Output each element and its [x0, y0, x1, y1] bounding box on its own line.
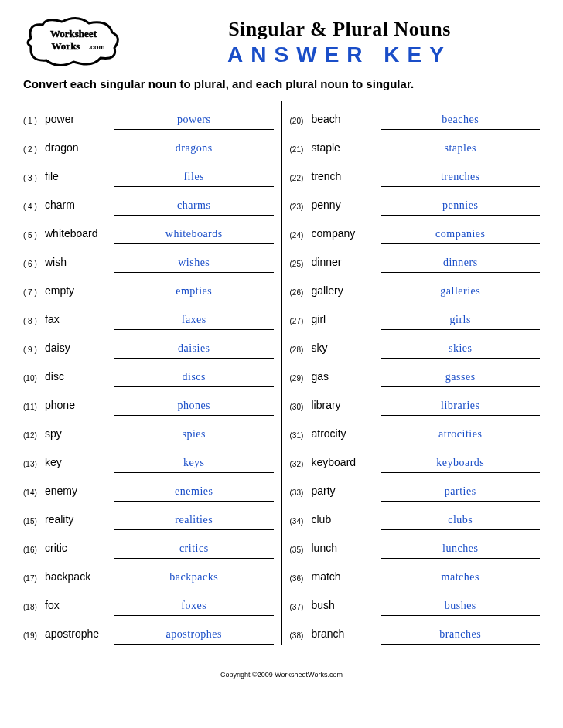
worksheet-row: (35)lunchlunches [290, 530, 541, 559]
answer-field: gasses [381, 371, 541, 387]
title-block: Singular & Plural Nouns ANSWER KEY [139, 18, 540, 67]
row-number: (29) [290, 374, 312, 387]
prompt-word: gas [312, 370, 381, 387]
answer-field: libraries [381, 400, 541, 416]
prompt-word: charm [45, 199, 114, 216]
prompt-word: bush [312, 599, 381, 616]
row-number: (26) [290, 288, 312, 301]
prompt-word: power [45, 113, 114, 130]
header: Worksheet Works .com Singular & Plural N… [23, 15, 540, 70]
answer-field: matches [381, 571, 541, 587]
row-number: (27) [290, 317, 312, 330]
answer-field: beaches [381, 114, 541, 130]
worksheet-row: ( 2 )dragondragons [23, 130, 274, 158]
row-number: (23) [290, 202, 312, 216]
row-number: (36) [290, 574, 312, 587]
answer-field: trenches [381, 171, 541, 187]
row-number: ( 7 ) [23, 288, 45, 301]
logo: Worksheet Works .com [23, 15, 124, 70]
prompt-word: staple [312, 141, 381, 158]
prompt-word: dragon [45, 141, 114, 158]
prompt-word: empty [45, 284, 114, 301]
worksheet-row: ( 3 )filefiles [23, 158, 274, 187]
answer-field: galleries [381, 285, 541, 301]
row-number: (38) [290, 631, 312, 645]
row-number: ( 3 ) [23, 174, 45, 187]
worksheet-row: (15)realityrealities [23, 502, 274, 530]
worksheet-row: (17)backpackbackpacks [23, 559, 274, 587]
row-number: (33) [290, 488, 312, 502]
worksheet-row: ( 7 )emptyempties [23, 273, 274, 301]
answer-field: lunches [381, 543, 541, 559]
answer-field: atrocities [381, 428, 541, 444]
answer-field: pennies [381, 199, 541, 216]
answer-field: parties [381, 485, 541, 502]
row-number: (22) [290, 174, 312, 187]
worksheet-row: (33)partyparties [290, 473, 541, 502]
row-number: (11) [23, 403, 45, 416]
prompt-word: keyboard [312, 456, 381, 473]
prompt-word: enemy [45, 485, 114, 502]
row-number: (28) [290, 345, 312, 359]
answer-field: dragons [114, 142, 274, 158]
prompt-word: key [45, 456, 114, 473]
prompt-word: gallery [312, 284, 381, 301]
row-number: ( 6 ) [23, 260, 45, 273]
answer-field: realities [114, 514, 274, 530]
answer-field: clubs [381, 514, 541, 530]
row-number: (30) [290, 403, 312, 416]
worksheet-row: ( 4 )charmcharms [23, 187, 274, 216]
row-number: (20) [290, 117, 312, 130]
answer-field: phones [114, 400, 274, 416]
row-number: (21) [290, 145, 312, 158]
left-column: ( 1 )powerpowers( 2 )dragondragons( 3 )f… [23, 101, 282, 645]
right-column: (20)beachbeaches(21)staplestaples(22)tre… [282, 101, 541, 645]
answer-field: spies [114, 428, 274, 444]
prompt-word: critic [45, 542, 114, 559]
row-number: (15) [23, 517, 45, 530]
answer-field: branches [381, 628, 541, 645]
prompt-word: whiteboard [45, 227, 114, 244]
worksheet-row: (38)branchbranches [290, 616, 541, 645]
answer-field: powers [114, 114, 274, 130]
answer-field: empties [114, 285, 274, 301]
row-number: ( 2 ) [23, 145, 45, 158]
answer-field: companies [381, 228, 541, 244]
row-number: (25) [290, 260, 312, 273]
svg-text:Works: Works [52, 40, 80, 52]
prompt-word: company [312, 227, 381, 244]
prompt-word: library [312, 399, 381, 416]
worksheet-row: (18)foxfoxes [23, 587, 274, 616]
row-number: (24) [290, 231, 312, 244]
prompt-word: disc [45, 370, 114, 387]
prompt-word: fox [45, 599, 114, 616]
answer-field: keys [114, 457, 274, 473]
answer-field: keyboards [381, 457, 541, 473]
page-subtitle: ANSWER KEY [139, 43, 540, 67]
worksheet-row: ( 6 )wishwishes [23, 244, 274, 273]
prompt-word: match [312, 570, 381, 587]
worksheet-row: (34)clubclubs [290, 502, 541, 530]
answer-field: charms [114, 199, 274, 216]
svg-text:Worksheet: Worksheet [50, 28, 97, 39]
answer-field: staples [381, 142, 541, 158]
copyright: Copyright ©2009 WorksheetWorks.com [139, 668, 424, 679]
answer-field: girls [381, 314, 541, 330]
worksheet-row: (26)gallerygalleries [290, 273, 541, 301]
answer-field: discs [114, 371, 274, 387]
worksheet-row: (14)enemyenemies [23, 473, 274, 502]
worksheet-columns: ( 1 )powerpowers( 2 )dragondragons( 3 )f… [23, 101, 540, 645]
row-number: (16) [23, 546, 45, 559]
worksheet-row: (32)keyboardkeyboards [290, 444, 541, 473]
worksheet-row: (19)apostropheapostrophes [23, 616, 274, 645]
prompt-word: sky [312, 342, 381, 359]
answer-field: bushes [381, 600, 541, 616]
answer-field: foxes [114, 600, 274, 616]
worksheet-row: (37)bushbushes [290, 587, 541, 616]
worksheet-row: (25)dinnerdinners [290, 244, 541, 273]
worksheet-row: ( 8 )faxfaxes [23, 301, 274, 330]
row-number: (32) [290, 460, 312, 473]
row-number: ( 8 ) [23, 317, 45, 330]
prompt-word: penny [312, 199, 381, 216]
answer-field: daisies [114, 342, 274, 359]
